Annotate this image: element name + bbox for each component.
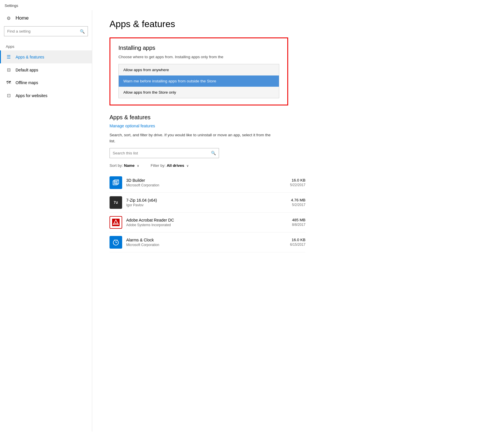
- search-list-input[interactable]: [110, 148, 208, 158]
- sidebar-item-apps-websites[interactable]: ⊡ Apps for websites: [0, 89, 92, 102]
- clock-svg: [112, 239, 120, 246]
- installing-apps-description: Choose where to get apps from. Installin…: [118, 54, 279, 60]
- apps-websites-icon: ⊡: [6, 93, 12, 98]
- app-size-adobe: 485 MB: [292, 218, 305, 222]
- sidebar-item-home[interactable]: ⚙ Home: [0, 10, 92, 26]
- sidebar-item-default-apps[interactable]: ⊟ Default apps: [0, 63, 92, 76]
- default-apps-icon: ⊟: [6, 67, 12, 73]
- app-info-adobe: Adobe Acrobat Reader DC Adobe Systems In…: [126, 218, 288, 227]
- app-name-alarms: Alarms & Clock: [126, 238, 286, 242]
- filter-chevron-icon: ∨: [186, 164, 189, 167]
- installing-apps-title: Installing apps: [118, 45, 279, 51]
- app-info-7zip: 7-Zip 16.04 (x64) Igor Pavlov: [126, 198, 287, 207]
- sidebar-item-offline-maps-label: Offline maps: [16, 80, 38, 85]
- apps-features-section-title: Apps & features: [110, 114, 487, 121]
- app-publisher-alarms: Microsoft Corporation: [126, 243, 286, 247]
- app-publisher-3d-builder: Microsoft Corporation: [126, 183, 286, 187]
- installing-apps-dropdown[interactable]: Allow apps from anywhere Warn me before …: [118, 64, 279, 98]
- app-list: 3D Builder Microsoft Corporation 16.0 KB…: [110, 173, 305, 252]
- apps-features-icon: ☰: [6, 54, 12, 60]
- app-meta-alarms: 16.0 KB 6/15/2017: [290, 238, 305, 247]
- adobe-svg: [113, 219, 119, 226]
- offline-maps-icon: 🗺: [6, 80, 12, 85]
- sort-filter-row: Sort by: Name ∨ Filter by: All drives ∨: [110, 163, 487, 168]
- installing-apps-box: Installing apps Choose where to get apps…: [110, 37, 288, 105]
- app-icon-3d-builder: [110, 176, 122, 189]
- app-date-7zip: 5/2/2017: [291, 203, 305, 207]
- dropdown-option-anywhere[interactable]: Allow apps from anywhere: [119, 64, 279, 75]
- sort-label: Sort by: Name ∨: [110, 163, 139, 168]
- app-info-3d-builder: 3D Builder Microsoft Corporation: [126, 178, 286, 187]
- app-name-3d-builder: 3D Builder: [126, 178, 286, 183]
- app-meta-7zip: 4.76 MB 5/2/2017: [291, 198, 305, 207]
- dropdown-option-store-only[interactable]: Allow apps from the Store only: [119, 87, 279, 98]
- app-icon-adobe: [110, 216, 122, 229]
- find-setting-input[interactable]: [4, 27, 77, 36]
- sort-value[interactable]: Name: [124, 163, 135, 168]
- app-publisher-7zip: Igor Pavlov: [126, 203, 287, 207]
- app-icon-alarms: [110, 236, 122, 249]
- app-date-3d-builder: 5/22/2017: [290, 183, 305, 187]
- sidebar-search-icon: 🔍: [77, 29, 88, 34]
- app-size-7zip: 4.76 MB: [291, 198, 305, 202]
- sidebar-home-label: Home: [16, 15, 29, 21]
- sidebar-item-apps-features[interactable]: ☰ Apps & features: [0, 50, 92, 63]
- app-meta-adobe: 485 MB 8/8/2017: [292, 218, 305, 227]
- search-description: Search, sort, and filter by drive. If yo…: [110, 132, 277, 144]
- dropdown-option-warn[interactable]: Warn me before installing apps from outs…: [119, 75, 279, 87]
- filter-value[interactable]: All drives: [167, 163, 184, 168]
- app-name-7zip: 7-Zip 16.04 (x64): [126, 198, 287, 203]
- apps-section-label: Apps: [0, 41, 92, 50]
- sidebar: ⚙ Home 🔍 Apps ☰ Apps & features ⊟ Defaul…: [0, 10, 92, 432]
- app-date-alarms: 6/15/2017: [290, 243, 305, 247]
- app-publisher-adobe: Adobe Systems Incorporated: [126, 223, 288, 227]
- app-name-adobe: Adobe Acrobat Reader DC: [126, 218, 288, 222]
- app-item-7zip[interactable]: 7z 7-Zip 16.04 (x64) Igor Pavlov 4.76 MB…: [110, 193, 305, 213]
- page-title: Apps & features: [110, 19, 487, 29]
- 3d-builder-svg: [112, 179, 120, 187]
- window-title: Settings: [5, 3, 18, 8]
- search-list-icon: 🔍: [208, 151, 219, 155]
- search-list-box[interactable]: 🔍: [110, 148, 219, 158]
- main-content: Apps & features Installing apps Choose w…: [92, 10, 504, 432]
- app-icon-7zip: 7z: [110, 196, 122, 209]
- app-date-adobe: 8/8/2017: [292, 223, 305, 227]
- app-meta-3d-builder: 16.0 KB 5/22/2017: [290, 178, 305, 187]
- filter-label: Filter by: All drives ∨: [151, 163, 189, 168]
- title-bar: Settings: [0, 0, 504, 10]
- apps-features-section: Apps & features Manage optional features…: [110, 114, 487, 252]
- sidebar-search-box[interactable]: 🔍: [4, 26, 88, 36]
- sidebar-item-apps-websites-label: Apps for websites: [16, 93, 48, 98]
- manage-optional-features-link[interactable]: Manage optional features: [110, 124, 155, 128]
- sidebar-item-offline-maps[interactable]: 🗺 Offline maps: [0, 76, 92, 89]
- sort-chevron-icon: ∨: [137, 164, 139, 167]
- app-item-alarms[interactable]: Alarms & Clock Microsoft Corporation 16.…: [110, 232, 305, 252]
- home-icon: ⚙: [6, 16, 12, 21]
- sidebar-item-apps-features-label: Apps & features: [16, 55, 44, 59]
- app-info-alarms: Alarms & Clock Microsoft Corporation: [126, 238, 286, 247]
- app-size-3d-builder: 16.0 KB: [290, 178, 305, 182]
- app-size-alarms: 16.0 KB: [290, 238, 305, 242]
- sidebar-item-default-apps-label: Default apps: [16, 68, 38, 72]
- app-item-3d-builder[interactable]: 3D Builder Microsoft Corporation 16.0 KB…: [110, 173, 305, 193]
- app-item-adobe[interactable]: Adobe Acrobat Reader DC Adobe Systems In…: [110, 213, 305, 232]
